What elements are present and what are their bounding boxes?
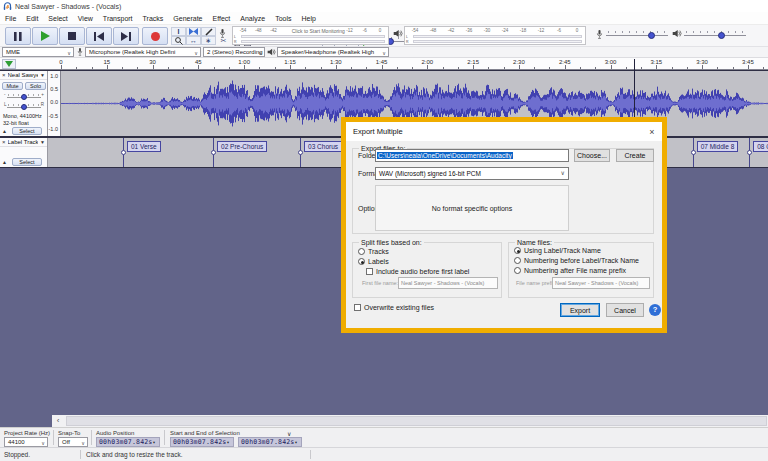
- scroll-left-icon[interactable]: ‹: [52, 415, 64, 427]
- radio-icon[interactable]: [514, 267, 521, 274]
- checkbox-icon[interactable]: [354, 304, 361, 311]
- selection-mode-label[interactable]: Start and End of Selection: [170, 430, 240, 436]
- track-menu-icon[interactable]: ▼: [40, 139, 45, 145]
- recording-device-select[interactable]: Microphone (Realtek High Defini∨: [85, 47, 201, 57]
- ruler-minor-tick: [76, 67, 77, 69]
- track-label[interactable]: 08 Outro: [753, 141, 768, 152]
- record-button[interactable]: [142, 27, 168, 45]
- cancel-button[interactable]: Cancel: [606, 303, 644, 317]
- label-handle[interactable]: [298, 150, 303, 155]
- selection-end-field[interactable]: 00h03m07.842s▾: [238, 437, 302, 447]
- menu-item-select[interactable]: Select: [43, 12, 72, 25]
- selection-mode-arrow-icon[interactable]: ∨: [287, 430, 291, 437]
- menu-item-file[interactable]: File: [0, 12, 21, 25]
- track-select-button[interactable]: Select: [12, 127, 42, 135]
- skip-to-end-button[interactable]: [113, 27, 139, 45]
- audio-track-panel[interactable]: × Neal Sawyer ▼ Mute Solo - + L R Mono, …: [0, 71, 48, 136]
- export-button[interactable]: Export: [560, 303, 600, 317]
- collapse-track-icon[interactable]: ▲: [2, 128, 7, 134]
- time-dropdown-icon[interactable]: ▾: [226, 439, 229, 445]
- menu-item-tools[interactable]: Tools: [270, 12, 296, 25]
- label-handle[interactable]: [121, 150, 126, 155]
- ruler-tick-label: 45: [195, 59, 202, 65]
- menu-item-edit[interactable]: Edit: [21, 12, 43, 25]
- label-handle[interactable]: [691, 150, 696, 155]
- pan-slider[interactable]: L R: [4, 102, 44, 111]
- stop-button[interactable]: [59, 27, 85, 45]
- draw-tool-icon[interactable]: [201, 27, 216, 36]
- timeline-ruler[interactable]: 01530451:001:151:301:452:002:152:302:453…: [0, 58, 768, 70]
- multi-tool-icon[interactable]: ∗: [201, 36, 216, 45]
- selection-start-field[interactable]: 00h03m07.842s▾: [170, 437, 234, 447]
- track-label[interactable]: 01 Verse: [127, 141, 161, 152]
- track-label[interactable]: 02 Pre-Chorus: [217, 141, 267, 152]
- solo-button[interactable]: Solo: [25, 82, 46, 90]
- dialog-close-icon[interactable]: ×: [642, 127, 662, 137]
- track-close-icon[interactable]: ×: [2, 72, 6, 78]
- audio-host-select[interactable]: MME∨: [2, 47, 74, 57]
- track-close-icon[interactable]: ×: [2, 139, 6, 145]
- overwrite-checkbox[interactable]: Overwrite existing files: [354, 304, 434, 311]
- time-dropdown-icon[interactable]: ▾: [152, 439, 155, 445]
- mute-button[interactable]: Mute: [2, 82, 23, 90]
- label-track-select-button[interactable]: Select: [12, 158, 42, 166]
- recording-meter[interactable]: -54-48-42-12-60Click to Start Monitoring…: [232, 26, 389, 45]
- time-dropdown-icon[interactable]: ▾: [294, 439, 297, 445]
- name-using-label-radio[interactable]: Using Label/Track Name: [514, 247, 601, 254]
- recording-channels-select[interactable]: 2 (Stereo) Recording Cha∨: [203, 47, 265, 57]
- recording-volume-slider[interactable]: [606, 28, 668, 40]
- label-handle[interactable]: [747, 150, 752, 155]
- menu-item-generate[interactable]: Generate: [168, 12, 207, 25]
- timeline-options-button[interactable]: [2, 59, 16, 69]
- label-handle[interactable]: [211, 150, 216, 155]
- radio-icon[interactable]: [358, 248, 365, 255]
- audio-position-field[interactable]: 00h03m07.842s▾: [96, 437, 160, 447]
- meter-monitoring-hint[interactable]: Click to Start Monitoring: [276, 28, 360, 34]
- choose-button[interactable]: Choose...: [574, 149, 610, 162]
- timeshift-tool-icon[interactable]: ↔: [186, 36, 201, 45]
- track-label[interactable]: 07 Middle 8: [697, 141, 739, 152]
- play-button[interactable]: [32, 27, 58, 45]
- folder-input[interactable]: C:\Users\neala\OneDrive\Documents\Audaci…: [375, 149, 569, 162]
- collapse-track-icon[interactable]: ▲: [2, 159, 7, 165]
- menu-item-tracks[interactable]: Tracks: [138, 12, 169, 25]
- format-select[interactable]: WAV (Microsoft) signed 16-bit PCM∨: [375, 167, 569, 180]
- zoom-tool-icon[interactable]: [171, 36, 186, 45]
- skip-to-start-button[interactable]: [86, 27, 112, 45]
- menu-item-view[interactable]: View: [73, 12, 98, 25]
- playback-device-select[interactable]: Speaker/Headphone (Realtek High∨: [277, 47, 389, 57]
- playback-meter[interactable]: -54-48-42-36-30-24-18-12-60 L R: [404, 26, 586, 45]
- menu-item-help[interactable]: Help: [297, 12, 321, 25]
- radio-checked-icon[interactable]: [358, 258, 365, 265]
- vertical-scale[interactable]: 1.0 0.5 0.0 -0.5 -1.0: [48, 71, 61, 136]
- name-numbering-after-radio[interactable]: Numbering after File name prefix: [514, 267, 626, 274]
- checkbox-icon[interactable]: [366, 268, 373, 275]
- radio-icon[interactable]: [514, 257, 521, 264]
- label-track-panel[interactable]: × Label Track ▼ ▲ Select: [0, 138, 48, 167]
- include-audio-checkbox[interactable]: Include audio before first label: [366, 268, 469, 275]
- radio-checked-icon[interactable]: [514, 247, 521, 254]
- envelope-tool-icon[interactable]: [186, 27, 201, 36]
- track-menu-icon[interactable]: ▼: [40, 72, 45, 78]
- menu-bar: FileEditSelectViewTransportTracksGenerat…: [0, 12, 768, 25]
- snap-to-select[interactable]: Off∨: [58, 437, 88, 447]
- selection-tool-icon[interactable]: I: [171, 27, 186, 36]
- transport-status: Stopped.: [4, 451, 30, 458]
- ruler-major-tick: [427, 65, 428, 69]
- playback-volume-slider[interactable]: [684, 28, 746, 40]
- split-labels-radio[interactable]: Labels: [358, 258, 389, 265]
- scrollbar-thumb[interactable]: [66, 416, 767, 426]
- project-rate-select[interactable]: 44100∨: [4, 437, 48, 447]
- track-label[interactable]: 03 Chorus: [304, 141, 342, 152]
- help-button[interactable]: ?: [649, 304, 661, 316]
- input-device-icon: [77, 47, 83, 57]
- gain-slider[interactable]: - +: [4, 92, 44, 101]
- create-button[interactable]: Create: [616, 149, 654, 162]
- menu-item-analyze[interactable]: Analyze: [235, 12, 270, 25]
- split-tracks-radio[interactable]: Tracks: [358, 248, 389, 255]
- ruler-tick-label: 2:45: [559, 59, 571, 65]
- name-numbering-before-radio[interactable]: Numbering before Label/Track Name: [514, 257, 639, 264]
- menu-item-transport[interactable]: Transport: [98, 12, 138, 25]
- menu-item-effect[interactable]: Effect: [208, 12, 236, 25]
- pause-button[interactable]: [5, 27, 31, 45]
